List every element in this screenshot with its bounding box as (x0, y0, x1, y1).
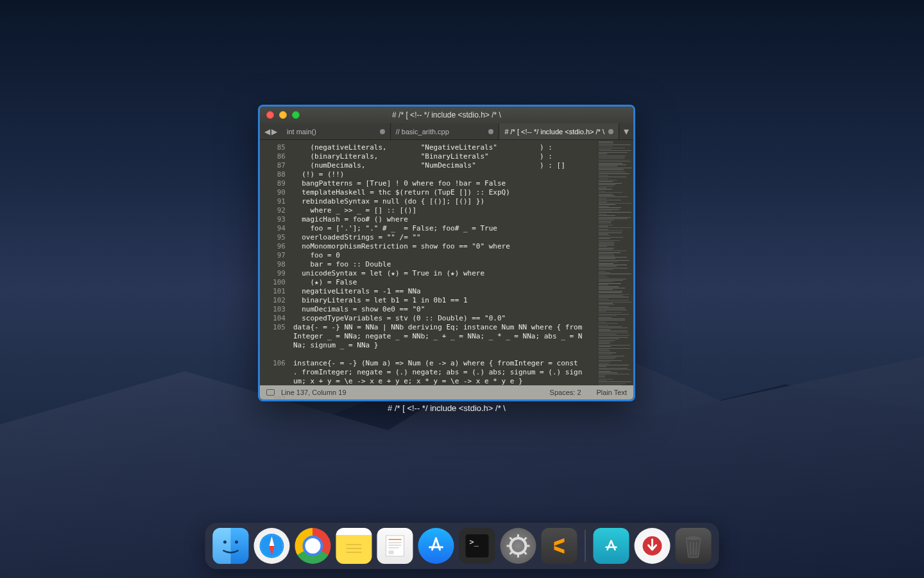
tab-stdio[interactable]: # /* [ <!-- */ include <stdio.h> /* \ (499, 123, 619, 139)
svg-line-25 (524, 538, 527, 540)
code-content[interactable]: (negativeLiterals, "NegativeLiterals" ) … (291, 140, 596, 385)
tab-overflow-button[interactable]: ▾ (619, 123, 633, 139)
minimap[interactable] (596, 140, 633, 385)
window-titlebar[interactable]: # /* [ <!-- */ include <stdio.h> /* \ (260, 107, 633, 123)
dock-separator (585, 530, 586, 562)
dock-trash-icon[interactable] (676, 528, 712, 564)
svg-line-24 (510, 552, 513, 554)
indent-setting[interactable]: Spaces: 2 (550, 389, 581, 396)
dock-applications-folder-icon[interactable] (594, 528, 629, 564)
tab-dirty-icon (380, 129, 385, 134)
svg-point-0 (223, 541, 227, 544)
dock-safari-icon[interactable] (254, 528, 290, 564)
tab-int-main[interactable]: int main() (282, 123, 391, 139)
dock: >_ (205, 523, 719, 569)
svg-point-17 (511, 538, 526, 554)
dock-settings-icon[interactable] (501, 528, 536, 564)
editor-window: # /* [ <!-- */ include <stdio.h> /* \ ◀ … (258, 105, 635, 401)
window-title: # /* [ <!-- */ include <stdio.h> /* \ (260, 110, 633, 119)
tab-dirty-icon (488, 129, 493, 134)
svg-rect-14 (389, 550, 394, 554)
maximize-button[interactable] (292, 111, 300, 119)
dock-notes-icon[interactable] (336, 528, 372, 564)
tab-prev-icon[interactable]: ◀ (264, 127, 270, 136)
minimize-button[interactable] (279, 111, 287, 119)
line-number-gutter: 8586878889909192939495969798991001011021… (260, 140, 291, 385)
dock-appstore-icon[interactable] (418, 528, 454, 564)
svg-text:>_: >_ (470, 538, 479, 547)
dock-finder-icon[interactable] (213, 528, 249, 564)
mission-control-window-label: # /* [ <!-- */ include <stdio.h> /* \ (258, 403, 635, 413)
tab-bar: ◀ ▶ int main() // basic_arith.cpp # /* [… (260, 123, 633, 140)
tab-label: int main() (287, 128, 316, 136)
tab-label: # /* [ <!-- */ include <stdio.h> /* \ (504, 128, 604, 136)
tab-basic-arith[interactable]: // basic_arith.cpp (391, 123, 500, 139)
panel-toggle-icon[interactable] (266, 389, 275, 396)
cursor-position[interactable]: Line 137, Column 19 (281, 389, 346, 396)
dock-chrome-icon[interactable] (295, 528, 331, 564)
chevron-down-icon: ▾ (624, 125, 629, 137)
svg-point-27 (687, 536, 701, 540)
dock-pages-icon[interactable] (377, 528, 413, 564)
syntax-setting[interactable]: Plain Text (597, 389, 628, 396)
dock-sublime-icon[interactable] (542, 528, 578, 564)
status-bar: Line 137, Column 19 Spaces: 2 Plain Text (260, 385, 633, 399)
tab-next-icon[interactable]: ▶ (271, 127, 277, 136)
dock-terminal-icon[interactable]: >_ (459, 528, 495, 564)
tab-dirty-icon (608, 129, 613, 134)
tab-label: // basic_arith.cpp (396, 128, 449, 136)
close-button[interactable] (266, 111, 274, 119)
svg-line-22 (510, 538, 513, 540)
editor-area: 8586878889909192939495969798991001011021… (260, 140, 633, 385)
tab-nav-buttons[interactable]: ◀ ▶ (260, 123, 282, 139)
svg-line-23 (524, 552, 527, 554)
dock-downloads-icon[interactable] (635, 528, 671, 564)
svg-point-1 (235, 541, 238, 544)
